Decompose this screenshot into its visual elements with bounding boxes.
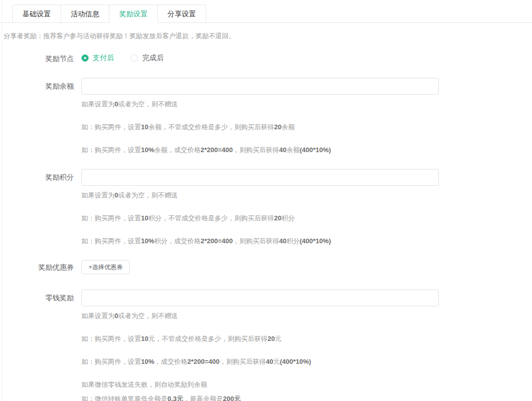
help-line: 如果微信零钱发送失败，则自动奖励到余额 (81, 381, 532, 388)
help-bold-value: 40 (266, 358, 273, 365)
help-text: 积分，不管成交价格是多少，则购买后获得 (148, 214, 274, 222)
help-text: 元 (275, 335, 282, 342)
help-bold-value: (400*10%) (300, 146, 331, 154)
help-text: ，则购买后获得 (219, 358, 266, 365)
help-bold-value: 20 (267, 335, 274, 342)
panel-left-border (2, 0, 2, 401)
help-text: 余额，不管成交价格是多少，则购买后获得 (148, 123, 274, 131)
sharer-reward-description: 分享者奖励：推荐客户参与活动获得奖励！奖励发放后客户退款，奖励不退回。 (4, 32, 532, 40)
reward-points-help: 如果设置为0或者为空，则不赠送如：购买两件，设置10积分，不管成交价格是多少，则… (81, 192, 532, 245)
help-bold-value: 2*200=400 (187, 358, 219, 365)
help-line: 如：微信转账单笔最低金额是0.3元，最高金额是200元 (81, 395, 532, 401)
help-text: ，则购买后获得 (233, 146, 279, 154)
help-line: 如：购买两件，设置10元，不管成交价格是多少，则购买后获得20元 (81, 335, 532, 342)
help-text: ，最高金额是 (183, 395, 223, 401)
help-text: 或者为空，则不赠送 (118, 100, 178, 108)
tab-share-settings[interactable]: 分享设置 (158, 5, 206, 23)
help-text: 元，不管成交价格是多少，则购买后获得 (148, 335, 267, 342)
help-text: 余额，成交价格 (154, 146, 201, 154)
help-text: 如果设置为 (81, 312, 115, 320)
help-bold-value: (400*10%) (300, 237, 331, 245)
help-text: ，则购买后获得 (233, 237, 279, 245)
help-text: 如：购买两件，设置 (81, 335, 141, 342)
help-text: 或者为空，则不赠送 (118, 191, 178, 199)
help-text: 如：购买两件，设置 (81, 214, 141, 222)
help-bold-value: 40 (279, 237, 286, 245)
help-text: 余额 (287, 146, 300, 154)
reward-points-section: 奖励积分 如果设置为0或者为空，则不赠送如：购买两件，设置10积分，不管成交价格… (0, 169, 532, 245)
tab-activity-info[interactable]: 活动信息 (61, 5, 109, 23)
help-bold-value: 10% (141, 237, 154, 245)
settings-tabs: 基础设置 活动信息 奖励设置 分享设置 (0, 0, 532, 23)
help-line: 如：购买两件，设置10余额，不管成交价格是多少，则购买后获得20余额 (81, 124, 532, 131)
help-bold-value: 0.3元 (167, 395, 183, 401)
reward-settings-form: 奖励节点 支付后 完成后 奖励余额 如果设置为0或者为空，则不赠送如：购买两件，… (0, 53, 532, 401)
reward-balance-help: 如果设置为0或者为空，则不赠送如：购买两件，设置10余额，不管成交价格是多少，则… (81, 101, 532, 154)
help-text: 如：微信转账单笔最低金额是 (81, 395, 167, 401)
cash-reward-help: 如果设置为0或者为空，则不赠送如：购买两件，设置10元，不管成交价格是多少，则购… (81, 312, 532, 401)
radio-unselected-icon (131, 54, 138, 62)
radio-after-completion[interactable]: 完成后 (131, 53, 163, 63)
help-line: 如果设置为0或者为空，则不赠送 (81, 192, 532, 199)
help-text: 如果设置为 (81, 191, 115, 199)
reward-node-label: 奖励节点 (0, 54, 74, 63)
radio-after-payment[interactable]: 支付后 (81, 53, 114, 63)
help-bold-value: 10 (141, 123, 148, 131)
help-bold-value: 40 (279, 146, 286, 154)
select-coupon-button[interactable]: +选择优惠券 (81, 260, 130, 274)
radio-selected-icon (81, 54, 89, 62)
reward-points-input[interactable] (81, 169, 439, 186)
help-bold-value: (400*10%) (280, 358, 311, 365)
reward-balance-input[interactable] (81, 78, 439, 95)
cash-reward-label: 零钱奖励 (0, 290, 74, 401)
help-text: 元 (273, 358, 280, 365)
help-bold-value: 200元 (223, 395, 241, 401)
reward-points-label: 奖励积分 (0, 169, 74, 245)
help-text: 如：购买两件，设置 (81, 237, 141, 245)
help-bold-value: 20 (274, 123, 281, 131)
help-text: 余额 (282, 123, 295, 131)
help-line: 如：购买两件，设置10积分，不管成交价格是多少，则购买后获得20积分 (81, 215, 532, 222)
help-line: 如果设置为0或者为空，则不赠送 (81, 101, 532, 108)
reward-node-row: 奖励节点 支付后 完成后 (0, 53, 532, 64)
help-text: 积分，成交价格 (154, 237, 201, 245)
help-text: 如：购买两件，设置 (81, 123, 141, 131)
help-bold-value: 10% (141, 358, 154, 365)
reward-node-options: 支付后 完成后 (81, 53, 532, 64)
help-line: 如：购买两件，设置10%，成交价格2*200=400，则购买后获得40元(400… (81, 358, 532, 365)
help-text: 如：购买两件，设置 (81, 146, 141, 154)
help-bold-value: 10% (141, 146, 154, 154)
help-text: 积分 (282, 214, 295, 222)
reward-coupon-label: 奖励优惠券 (0, 260, 74, 274)
help-line: 如：购买两件，设置10%积分，成交价格2*200=400，则购买后获得40积分(… (81, 238, 532, 245)
help-line: 如：购买两件，设置10%余额，成交价格2*200=400，则购买后获得40余额(… (81, 147, 532, 154)
radio-after-completion-label: 完成后 (142, 53, 163, 63)
help-bold-value: 10 (141, 335, 148, 342)
tab-basic-settings[interactable]: 基础设置 (12, 5, 61, 23)
help-text: 如：购买两件，设置 (81, 358, 141, 365)
help-line: 如果设置为0或者为空，则不赠送 (81, 312, 532, 320)
help-bold-value: 2*200=400 (201, 237, 233, 245)
help-text: 积分 (287, 237, 300, 245)
help-bold-value: 20 (274, 214, 281, 222)
tab-reward-settings[interactable]: 奖励设置 (109, 5, 158, 23)
reward-balance-section: 奖励余额 如果设置为0或者为空，则不赠送如：购买两件，设置10余额，不管成交价格… (0, 78, 532, 154)
radio-after-payment-label: 支付后 (93, 53, 114, 63)
help-text: ，成交价格 (154, 358, 187, 365)
reward-settings-page: { "tabs": { "items": [ { "label": "基础设置"… (0, 0, 532, 401)
cash-reward-input[interactable] (81, 290, 439, 306)
help-bold-value: 10 (141, 214, 148, 222)
help-text: 如果设置为 (81, 100, 115, 108)
cash-reward-section: 零钱奖励 如果设置为0或者为空，则不赠送如：购买两件，设置10元，不管成交价格是… (0, 290, 532, 401)
help-text: 或者为空，则不赠送 (118, 312, 178, 320)
reward-coupon-row: 奖励优惠券 +选择优惠券 (0, 260, 532, 274)
help-bold-value: 2*200=400 (201, 146, 233, 154)
help-text: 如果微信零钱发送失败，则自动奖励到余额 (81, 381, 207, 388)
reward-balance-label: 奖励余额 (0, 78, 74, 154)
